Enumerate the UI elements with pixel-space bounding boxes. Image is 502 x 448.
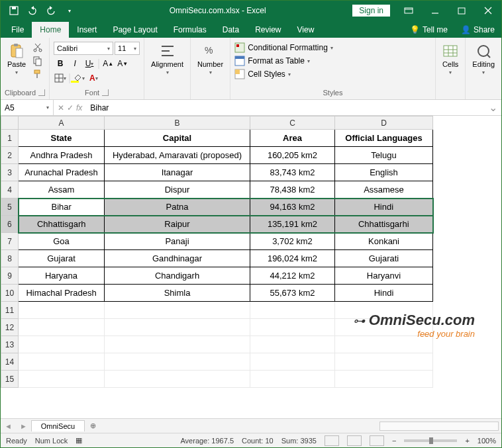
- cell-D12[interactable]: [335, 319, 433, 336]
- minimize-button[interactable]: [422, 1, 448, 21]
- borders-button[interactable]: ▾: [54, 72, 67, 84]
- row-head-12[interactable]: 12: [1, 319, 19, 336]
- italic-button[interactable]: I: [68, 58, 81, 69]
- cell-D7[interactable]: Konkani: [335, 233, 433, 250]
- sheet-nav-next[interactable]: ►: [16, 422, 31, 430]
- row-head-11[interactable]: 11: [1, 302, 19, 319]
- view-pagebreak-button[interactable]: [370, 435, 384, 446]
- cell-D2[interactable]: Telugu: [335, 147, 433, 164]
- cell-C12[interactable]: [250, 319, 335, 336]
- maximize-button[interactable]: [448, 1, 475, 21]
- cell-B8[interactable]: Gandhinagar: [105, 250, 250, 267]
- cell-A8[interactable]: Gujarat: [19, 250, 105, 267]
- formula-expand-button[interactable]: ⌄: [485, 101, 501, 114]
- tab-file[interactable]: File: [3, 22, 32, 38]
- tab-view[interactable]: View: [289, 22, 323, 38]
- cell-A5[interactable]: Bihar: [19, 199, 105, 216]
- share-button[interactable]: 👤Share: [454, 22, 501, 38]
- cell-C8[interactable]: 196,024 km2: [250, 250, 335, 267]
- tellme-button[interactable]: 💡Tell me: [403, 22, 454, 38]
- cell-C6[interactable]: 135,191 km2: [250, 216, 335, 233]
- enter-formula-button[interactable]: ✓: [67, 103, 74, 112]
- cell-B9[interactable]: Chandigarh: [105, 267, 250, 285]
- sheet-nav-prev[interactable]: ◄: [1, 422, 16, 430]
- cell-B10[interactable]: Shimla: [105, 285, 250, 302]
- format-as-table-button[interactable]: Format as Table▾: [234, 55, 333, 67]
- fx-button[interactable]: fx: [76, 103, 82, 112]
- cell-A15[interactable]: [19, 371, 105, 388]
- tab-formulas[interactable]: Formulas: [166, 22, 215, 38]
- cells-button[interactable]: Cells▾: [440, 42, 461, 77]
- cell-D9[interactable]: Haryanvi: [335, 267, 433, 285]
- conditional-formatting-button[interactable]: Conditional Formatting▾: [234, 42, 333, 54]
- cell-B4[interactable]: Dispur: [105, 181, 250, 199]
- row-head-5[interactable]: 5: [1, 199, 19, 216]
- horizontal-scrollbar[interactable]: [379, 422, 499, 431]
- paste-button[interactable]: Paste ▾: [5, 42, 28, 77]
- cell-C2[interactable]: 160,205 km2: [250, 147, 335, 164]
- row-head-14[interactable]: 14: [1, 353, 19, 371]
- underline-button[interactable]: U▾: [83, 58, 96, 69]
- cell-B15[interactable]: [105, 371, 250, 388]
- cell-D6[interactable]: Chhattisgarhi: [335, 216, 433, 233]
- row-head-1[interactable]: 1: [1, 130, 19, 147]
- cancel-formula-button[interactable]: ✕: [58, 103, 64, 112]
- cell-C7[interactable]: 3,702 km2: [250, 233, 335, 250]
- zoom-level[interactable]: 100%: [477, 437, 496, 445]
- cell-B6[interactable]: Raipur: [105, 216, 250, 233]
- header-cell[interactable]: Official Languages: [335, 130, 433, 147]
- header-cell[interactable]: Capital: [105, 130, 250, 147]
- cut-button[interactable]: [31, 42, 44, 54]
- sheet-tab-omnisecu[interactable]: OmniSecu: [31, 420, 85, 431]
- cell-D14[interactable]: [335, 353, 433, 371]
- name-box[interactable]: A5▾: [1, 100, 54, 115]
- close-button[interactable]: [475, 1, 501, 21]
- row-head-13[interactable]: 13: [1, 336, 19, 353]
- cell-A2[interactable]: Andhra Pradesh: [19, 147, 105, 164]
- redo-button[interactable]: [43, 3, 59, 19]
- cell-A10[interactable]: Himachal Pradesh: [19, 285, 105, 302]
- number-button[interactable]: % Number▾: [195, 42, 226, 77]
- cell-A3[interactable]: Arunachal Pradesh: [19, 164, 105, 181]
- zoom-in-button[interactable]: +: [465, 437, 469, 445]
- cell-C13[interactable]: [250, 336, 335, 353]
- view-normal-button[interactable]: [325, 435, 339, 446]
- tab-page-layout[interactable]: Page Layout: [105, 22, 165, 38]
- cell-A9[interactable]: Haryana: [19, 267, 105, 285]
- cell-A14[interactable]: [19, 353, 105, 371]
- cell-A6[interactable]: Chhattisgarh: [19, 216, 105, 233]
- add-sheet-button[interactable]: ⊕: [85, 422, 101, 430]
- cell-B13[interactable]: [105, 336, 250, 353]
- editing-button[interactable]: Editing▾: [470, 42, 497, 77]
- row-head-15[interactable]: 15: [1, 371, 19, 388]
- bold-button[interactable]: B: [54, 58, 67, 69]
- cell-C5[interactable]: 94,163 km2: [250, 199, 335, 216]
- row-head-6[interactable]: 6: [1, 216, 19, 233]
- cell-B12[interactable]: [105, 319, 250, 336]
- font-launcher[interactable]: [102, 89, 109, 96]
- qat-customize-button[interactable]: ▾: [62, 3, 77, 19]
- cell-D10[interactable]: Hindi: [335, 285, 433, 302]
- row-head-8[interactable]: 8: [1, 250, 19, 267]
- ribbon-display-button[interactable]: [395, 1, 422, 21]
- grow-font-button[interactable]: A▲: [101, 58, 115, 69]
- row-head-2[interactable]: 2: [1, 147, 19, 164]
- cell-A13[interactable]: [19, 336, 105, 353]
- copy-button[interactable]: [31, 55, 44, 67]
- cell-D13[interactable]: [335, 336, 433, 353]
- cell-D15[interactable]: [335, 371, 433, 388]
- cell-C15[interactable]: [250, 371, 335, 388]
- tab-data[interactable]: Data: [215, 22, 247, 38]
- cell-A7[interactable]: Goa: [19, 233, 105, 250]
- font-size-select[interactable]: 11 ▾: [115, 42, 140, 55]
- cell-D4[interactable]: Assamese: [335, 181, 433, 199]
- alignment-button[interactable]: Alignment▾: [148, 42, 186, 77]
- cell-B3[interactable]: Itanagar: [105, 164, 250, 181]
- row-head-9[interactable]: 9: [1, 267, 19, 285]
- cell-C3[interactable]: 83,743 km2: [250, 164, 335, 181]
- cell-B14[interactable]: [105, 353, 250, 371]
- cell-D11[interactable]: [335, 302, 433, 319]
- grid-scroll[interactable]: ABCD1StateCapitalAreaOfficial Languages2…: [1, 116, 501, 418]
- row-head-7[interactable]: 7: [1, 233, 19, 250]
- cell-B7[interactable]: Panaji: [105, 233, 250, 250]
